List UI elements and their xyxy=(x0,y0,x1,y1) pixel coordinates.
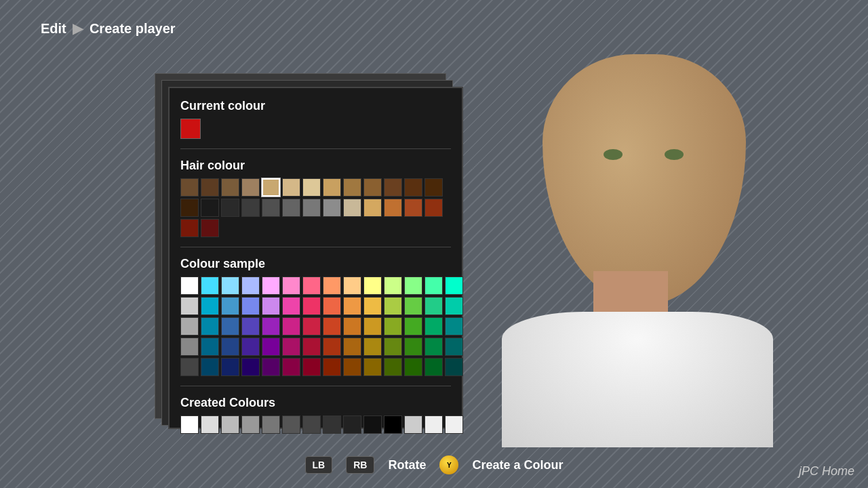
hair-swatch-9[interactable] xyxy=(363,178,382,197)
sample-swatch-59[interactable] xyxy=(241,358,260,376)
sample-swatch-23[interactable] xyxy=(363,297,382,315)
sample-swatch-38[interactable] xyxy=(384,317,402,336)
created-swatch-1[interactable] xyxy=(201,415,219,434)
hair-swatch-2[interactable] xyxy=(221,178,239,197)
sample-swatch-0[interactable] xyxy=(180,277,199,295)
sample-swatch-3[interactable] xyxy=(241,277,260,295)
sample-swatch-49[interactable] xyxy=(323,338,341,356)
sample-swatch-66[interactable] xyxy=(384,358,402,376)
current-colour-swatch[interactable] xyxy=(180,119,201,139)
sample-swatch-1[interactable] xyxy=(201,277,219,295)
sample-swatch-58[interactable] xyxy=(221,358,239,376)
gold-button[interactable]: Y xyxy=(439,455,458,474)
sample-swatch-39[interactable] xyxy=(404,317,422,336)
hair-swatch-3[interactable] xyxy=(241,178,260,197)
hair-swatch-15[interactable] xyxy=(221,199,239,217)
rb-button[interactable]: RB xyxy=(346,456,374,474)
sample-swatch-56[interactable] xyxy=(180,358,199,376)
created-swatch-6[interactable] xyxy=(302,415,321,434)
hair-swatch-17[interactable] xyxy=(262,199,280,217)
hair-swatch-7[interactable] xyxy=(323,178,341,197)
hair-swatch-23[interactable] xyxy=(384,199,402,217)
sample-swatch-51[interactable] xyxy=(363,338,382,356)
sample-swatch-67[interactable] xyxy=(404,358,422,376)
sample-swatch-60[interactable] xyxy=(262,358,280,376)
sample-swatch-36[interactable] xyxy=(343,317,361,336)
sample-swatch-21[interactable] xyxy=(323,297,341,315)
sample-swatch-63[interactable] xyxy=(323,358,341,376)
sample-swatch-35[interactable] xyxy=(323,317,341,336)
sample-swatch-31[interactable] xyxy=(241,317,260,336)
hair-swatch-24[interactable] xyxy=(404,199,422,217)
created-swatch-7[interactable] xyxy=(323,415,341,434)
sample-swatch-7[interactable] xyxy=(323,277,341,295)
hair-swatch-10[interactable] xyxy=(384,178,402,197)
sample-swatch-34[interactable] xyxy=(302,317,321,336)
hair-swatch-5[interactable] xyxy=(282,178,300,197)
sample-swatch-30[interactable] xyxy=(221,317,239,336)
hair-swatch-11[interactable] xyxy=(404,178,422,197)
sample-swatch-62[interactable] xyxy=(302,358,321,376)
sample-swatch-47[interactable] xyxy=(282,338,300,356)
sample-swatch-37[interactable] xyxy=(363,317,382,336)
hair-swatch-6[interactable] xyxy=(302,178,321,197)
sample-swatch-10[interactable] xyxy=(384,277,402,295)
sample-swatch-19[interactable] xyxy=(282,297,300,315)
sample-swatch-64[interactable] xyxy=(343,358,361,376)
sample-swatch-17[interactable] xyxy=(241,297,260,315)
sample-swatch-4[interactable] xyxy=(262,277,280,295)
sample-swatch-43[interactable] xyxy=(201,338,219,356)
sample-swatch-48[interactable] xyxy=(302,338,321,356)
hair-swatch-19[interactable] xyxy=(302,199,321,217)
sample-swatch-50[interactable] xyxy=(343,338,361,356)
created-swatch-0[interactable] xyxy=(180,415,199,434)
created-swatch-11[interactable] xyxy=(404,415,422,434)
sample-swatch-46[interactable] xyxy=(262,338,280,356)
hair-swatch-21[interactable] xyxy=(343,199,361,217)
sample-swatch-33[interactable] xyxy=(282,317,300,336)
hair-swatch-20[interactable] xyxy=(323,199,341,217)
sample-swatch-9[interactable] xyxy=(363,277,382,295)
sample-swatch-57[interactable] xyxy=(201,358,219,376)
hair-swatch-18[interactable] xyxy=(282,199,300,217)
hair-swatch-0[interactable] xyxy=(180,178,199,197)
sample-swatch-16[interactable] xyxy=(221,297,239,315)
created-swatch-4[interactable] xyxy=(262,415,280,434)
sample-swatch-24[interactable] xyxy=(384,297,402,315)
sample-swatch-25[interactable] xyxy=(404,297,422,315)
hair-swatch-13[interactable] xyxy=(180,199,199,217)
sample-swatch-11[interactable] xyxy=(404,277,422,295)
sample-swatch-14[interactable] xyxy=(180,297,199,315)
created-swatch-8[interactable] xyxy=(343,415,361,434)
sample-swatch-42[interactable] xyxy=(180,338,199,356)
sample-swatch-18[interactable] xyxy=(262,297,280,315)
sample-swatch-5[interactable] xyxy=(282,277,300,295)
sample-swatch-28[interactable] xyxy=(180,317,199,336)
lb-button[interactable]: LB xyxy=(305,456,333,474)
sample-swatch-52[interactable] xyxy=(384,338,402,356)
hair-swatch-14[interactable] xyxy=(201,199,219,217)
hair-swatch-4[interactable] xyxy=(262,178,280,197)
sample-swatch-8[interactable] xyxy=(343,277,361,295)
created-swatch-9[interactable] xyxy=(363,415,382,434)
sample-swatch-44[interactable] xyxy=(221,338,239,356)
created-swatch-5[interactable] xyxy=(282,415,300,434)
sample-swatch-53[interactable] xyxy=(404,338,422,356)
created-swatch-10[interactable] xyxy=(384,415,402,434)
hair-swatch-1[interactable] xyxy=(201,178,219,197)
sample-swatch-22[interactable] xyxy=(343,297,361,315)
sample-swatch-20[interactable] xyxy=(302,297,321,315)
hair-swatch-26[interactable] xyxy=(180,219,199,237)
sample-swatch-6[interactable] xyxy=(302,277,321,295)
sample-swatch-15[interactable] xyxy=(201,297,219,315)
sample-swatch-61[interactable] xyxy=(282,358,300,376)
hair-swatch-27[interactable] xyxy=(201,219,219,237)
hair-swatch-16[interactable] xyxy=(241,199,260,217)
sample-swatch-29[interactable] xyxy=(201,317,219,336)
sample-swatch-32[interactable] xyxy=(262,317,280,336)
created-swatch-3[interactable] xyxy=(241,415,260,434)
sample-swatch-2[interactable] xyxy=(221,277,239,295)
hair-swatch-22[interactable] xyxy=(363,199,382,217)
sample-swatch-45[interactable] xyxy=(241,338,260,356)
hair-swatch-8[interactable] xyxy=(343,178,361,197)
